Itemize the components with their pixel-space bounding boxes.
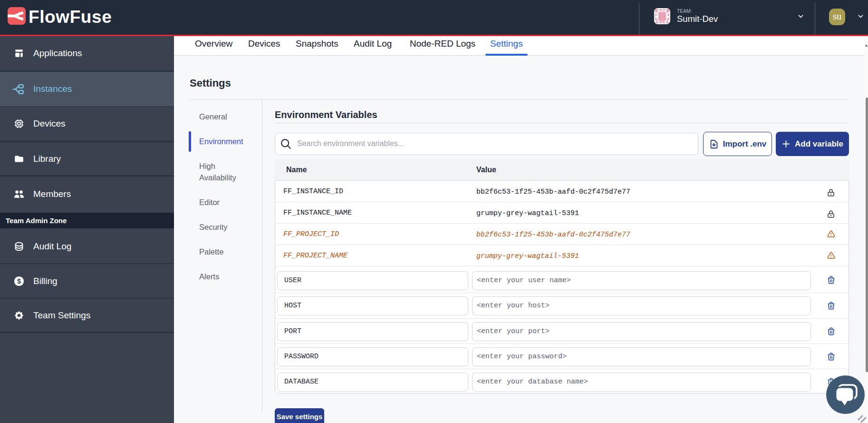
svg-text:$: $ bbox=[17, 277, 21, 285]
